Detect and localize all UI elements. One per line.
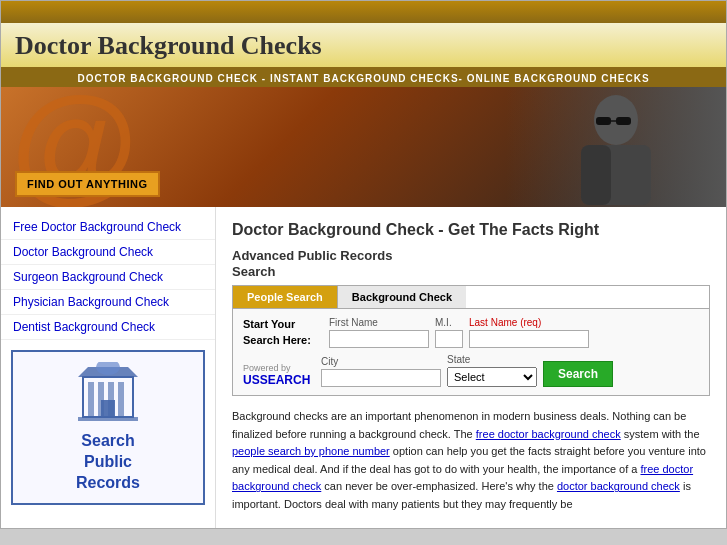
svg-rect-2 (596, 117, 611, 125)
svg-rect-12 (78, 417, 138, 421)
state-select[interactable]: Select Alabama Alaska Arizona California… (447, 367, 537, 387)
svg-rect-10 (118, 382, 124, 417)
sidebar-image-box: SearchPublicRecords (11, 350, 205, 505)
mi-group: M.I. (435, 317, 463, 348)
hero-person (506, 87, 726, 207)
last-name-label: Last Name (req) (469, 317, 589, 328)
search-button[interactable]: Search (543, 361, 613, 387)
header: Doctor Background Checks (1, 23, 726, 70)
link-free-bg-check[interactable]: free doctor background check (476, 428, 621, 440)
first-name-label: First Name (329, 317, 429, 328)
mi-label: M.I. (435, 317, 463, 328)
content-area: Doctor Background Check - Get The Facts … (216, 207, 726, 528)
city-label: City (321, 356, 441, 367)
tab-background-check[interactable]: Background Check (338, 286, 466, 308)
main-content: Free Doctor Background Check Doctor Back… (1, 207, 726, 528)
svg-rect-3 (616, 117, 631, 125)
svg-rect-13 (101, 400, 115, 417)
search-row1: Start Your Search Here: First Name M.I. … (243, 317, 699, 348)
search-row2: Powered by USSEARCH City State Select Al… (243, 354, 699, 387)
svg-rect-7 (88, 382, 94, 417)
sidebar-item-physician[interactable]: Physician Background Check (1, 290, 215, 315)
top-bar (1, 1, 726, 23)
tab-people-search[interactable]: People Search (233, 286, 338, 308)
mi-input[interactable] (435, 330, 463, 348)
sidebar-item-surgeon[interactable]: Surgeon Background Check (1, 265, 215, 290)
first-name-input[interactable] (329, 330, 429, 348)
search-tabs: People Search Background Check (233, 286, 709, 309)
hero-banner: @ FIND OUT ANYTHING (1, 87, 726, 207)
sidebar-image-text: SearchPublicRecords (23, 431, 193, 493)
person-silhouette (536, 90, 696, 205)
content-title: Doctor Background Check - Get The Facts … (232, 221, 710, 239)
powered-by: Powered by USSEARCH (243, 363, 315, 387)
find-out-button[interactable]: FIND OUT ANYTHING (15, 171, 160, 197)
ussearch-brand: USSEARCH (243, 373, 315, 387)
sidebar-item-free-doctor[interactable]: Free Doctor Background Check (1, 215, 215, 240)
link-people-search[interactable]: people search by phone number (232, 445, 390, 457)
search-start-label: Start Your Search Here: (243, 317, 323, 348)
content-body: Background checks are an important pheno… (232, 408, 710, 514)
state-group: State Select Alabama Alaska Arizona Cali… (447, 354, 537, 387)
search-box: People Search Background Check Start You… (232, 285, 710, 396)
svg-rect-5 (581, 145, 611, 205)
sidebar-item-doctor[interactable]: Doctor Background Check (1, 240, 215, 265)
sidebar-item-dentist[interactable]: Dentist Background Check (1, 315, 215, 340)
search-form: Start Your Search Here: First Name M.I. … (233, 309, 709, 395)
state-label: State (447, 354, 537, 365)
city-group: City (321, 356, 441, 387)
last-name-input[interactable] (469, 330, 589, 348)
building-icon (73, 362, 143, 422)
sub-nav: DOCTOR BACKGROUND CHECK - INSTANT BACKGR… (1, 70, 726, 87)
site-title: Doctor Background Checks (15, 31, 322, 60)
last-name-group: Last Name (req) (469, 317, 589, 348)
city-input[interactable] (321, 369, 441, 387)
first-name-group: First Name (329, 317, 429, 348)
link-doctor-bg[interactable]: doctor background check (557, 480, 680, 492)
sidebar: Free Doctor Background Check Doctor Back… (1, 207, 216, 528)
powered-text: Powered by (243, 363, 315, 373)
search-section-title: Advanced Public Records Search (232, 247, 710, 279)
